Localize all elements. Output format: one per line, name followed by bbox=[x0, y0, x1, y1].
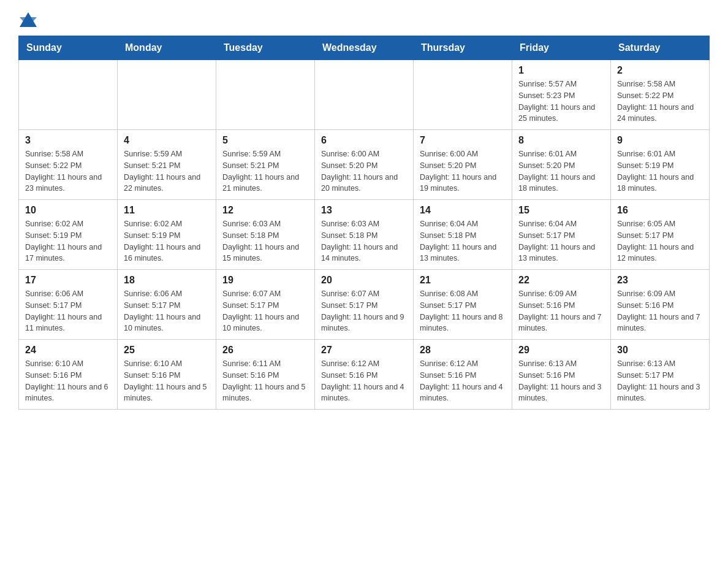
calendar-cell: 7Sunrise: 6:00 AMSunset: 5:20 PMDaylight… bbox=[414, 130, 512, 200]
day-info: Sunrise: 6:01 AMSunset: 5:20 PMDaylight:… bbox=[518, 148, 604, 194]
day-number: 28 bbox=[420, 345, 506, 356]
day-info: Sunrise: 6:12 AMSunset: 5:16 PMDaylight:… bbox=[420, 358, 506, 404]
day-info: Sunrise: 6:13 AMSunset: 5:17 PMDaylight:… bbox=[617, 358, 703, 404]
day-info: Sunrise: 6:10 AMSunset: 5:16 PMDaylight:… bbox=[124, 358, 210, 404]
day-info: Sunrise: 6:13 AMSunset: 5:16 PMDaylight:… bbox=[518, 358, 604, 404]
calendar-cell: 26Sunrise: 6:11 AMSunset: 5:16 PMDayligh… bbox=[216, 340, 315, 410]
day-number: 12 bbox=[222, 205, 308, 216]
day-info: Sunrise: 6:00 AMSunset: 5:20 PMDaylight:… bbox=[321, 148, 407, 194]
day-info: Sunrise: 6:04 AMSunset: 5:17 PMDaylight:… bbox=[518, 218, 604, 264]
calendar-cell bbox=[315, 60, 414, 130]
calendar-cell bbox=[414, 60, 512, 130]
calendar-cell: 10Sunrise: 6:02 AMSunset: 5:19 PMDayligh… bbox=[19, 200, 118, 270]
day-number: 13 bbox=[321, 205, 407, 216]
day-number: 15 bbox=[518, 205, 604, 216]
day-number: 26 bbox=[222, 345, 308, 356]
calendar-cell: 1Sunrise: 5:57 AMSunset: 5:23 PMDaylight… bbox=[512, 60, 611, 130]
day-info: Sunrise: 6:04 AMSunset: 5:18 PMDaylight:… bbox=[420, 218, 506, 264]
day-info: Sunrise: 6:10 AMSunset: 5:16 PMDaylight:… bbox=[25, 358, 111, 404]
calendar-cell bbox=[19, 60, 118, 130]
calendar-cell: 23Sunrise: 6:09 AMSunset: 5:16 PMDayligh… bbox=[611, 270, 710, 340]
calendar-cell: 2Sunrise: 5:58 AMSunset: 5:22 PMDaylight… bbox=[611, 60, 710, 130]
calendar-cell: 8Sunrise: 6:01 AMSunset: 5:20 PMDaylight… bbox=[512, 130, 611, 200]
day-info: Sunrise: 6:09 AMSunset: 5:16 PMDaylight:… bbox=[518, 288, 604, 334]
day-number: 23 bbox=[617, 275, 703, 286]
calendar-cell: 13Sunrise: 6:03 AMSunset: 5:18 PMDayligh… bbox=[315, 200, 414, 270]
day-number: 11 bbox=[124, 205, 210, 216]
logo-icon bbox=[20, 12, 37, 27]
calendar-week-row: 1Sunrise: 5:57 AMSunset: 5:23 PMDaylight… bbox=[19, 60, 710, 130]
day-number: 7 bbox=[420, 135, 506, 146]
page-header bbox=[18, 12, 710, 29]
day-number: 6 bbox=[321, 135, 407, 146]
header-sunday: Sunday bbox=[19, 36, 118, 60]
calendar-cell: 22Sunrise: 6:09 AMSunset: 5:16 PMDayligh… bbox=[512, 270, 611, 340]
calendar-cell: 3Sunrise: 5:58 AMSunset: 5:22 PMDaylight… bbox=[19, 130, 118, 200]
day-info: Sunrise: 5:58 AMSunset: 5:22 PMDaylight:… bbox=[25, 148, 111, 194]
day-number: 29 bbox=[518, 345, 604, 356]
day-number: 27 bbox=[321, 345, 407, 356]
day-info: Sunrise: 5:59 AMSunset: 5:21 PMDaylight:… bbox=[124, 148, 210, 194]
calendar-cell bbox=[216, 60, 315, 130]
day-info: Sunrise: 6:00 AMSunset: 5:20 PMDaylight:… bbox=[420, 148, 506, 194]
day-number: 4 bbox=[124, 135, 210, 146]
calendar-week-row: 10Sunrise: 6:02 AMSunset: 5:19 PMDayligh… bbox=[19, 200, 710, 270]
calendar-week-row: 24Sunrise: 6:10 AMSunset: 5:16 PMDayligh… bbox=[19, 340, 710, 410]
calendar-cell: 4Sunrise: 5:59 AMSunset: 5:21 PMDaylight… bbox=[118, 130, 216, 200]
calendar-week-row: 3Sunrise: 5:58 AMSunset: 5:22 PMDaylight… bbox=[19, 130, 710, 200]
day-info: Sunrise: 6:02 AMSunset: 5:19 PMDaylight:… bbox=[124, 218, 210, 264]
day-number: 10 bbox=[25, 205, 111, 216]
day-info: Sunrise: 5:58 AMSunset: 5:22 PMDaylight:… bbox=[617, 79, 703, 124]
calendar-cell: 27Sunrise: 6:12 AMSunset: 5:16 PMDayligh… bbox=[315, 340, 414, 410]
day-info: Sunrise: 6:01 AMSunset: 5:19 PMDaylight:… bbox=[617, 148, 703, 194]
day-number: 25 bbox=[124, 345, 210, 356]
calendar-cell: 11Sunrise: 6:02 AMSunset: 5:19 PMDayligh… bbox=[118, 200, 216, 270]
day-info: Sunrise: 5:57 AMSunset: 5:23 PMDaylight:… bbox=[518, 79, 604, 124]
calendar-cell: 18Sunrise: 6:06 AMSunset: 5:17 PMDayligh… bbox=[118, 270, 216, 340]
day-number: 16 bbox=[617, 205, 703, 216]
day-number: 8 bbox=[518, 135, 604, 146]
calendar-cell: 5Sunrise: 5:59 AMSunset: 5:21 PMDaylight… bbox=[216, 130, 315, 200]
calendar-cell: 30Sunrise: 6:13 AMSunset: 5:17 PMDayligh… bbox=[611, 340, 710, 410]
day-info: Sunrise: 6:02 AMSunset: 5:19 PMDaylight:… bbox=[25, 218, 111, 264]
calendar-cell bbox=[118, 60, 216, 130]
header-thursday: Thursday bbox=[414, 36, 512, 60]
calendar-cell: 15Sunrise: 6:04 AMSunset: 5:17 PMDayligh… bbox=[512, 200, 611, 270]
day-info: Sunrise: 6:06 AMSunset: 5:17 PMDaylight:… bbox=[124, 288, 210, 334]
day-info: Sunrise: 6:11 AMSunset: 5:16 PMDaylight:… bbox=[222, 358, 308, 404]
day-number: 5 bbox=[222, 135, 308, 146]
day-info: Sunrise: 6:03 AMSunset: 5:18 PMDaylight:… bbox=[222, 218, 308, 264]
day-number: 17 bbox=[25, 275, 111, 286]
day-number: 20 bbox=[321, 275, 407, 286]
logo-blue-part bbox=[18, 12, 37, 29]
calendar-cell: 12Sunrise: 6:03 AMSunset: 5:18 PMDayligh… bbox=[216, 200, 315, 270]
calendar-cell: 29Sunrise: 6:13 AMSunset: 5:16 PMDayligh… bbox=[512, 340, 611, 410]
day-info: Sunrise: 6:12 AMSunset: 5:16 PMDaylight:… bbox=[321, 358, 407, 404]
calendar-cell: 21Sunrise: 6:08 AMSunset: 5:17 PMDayligh… bbox=[414, 270, 512, 340]
calendar-header-row: Sunday Monday Tuesday Wednesday Thursday… bbox=[19, 36, 710, 60]
day-number: 2 bbox=[617, 65, 703, 76]
day-number: 24 bbox=[25, 345, 111, 356]
calendar-cell: 28Sunrise: 6:12 AMSunset: 5:16 PMDayligh… bbox=[414, 340, 512, 410]
calendar-cell: 9Sunrise: 6:01 AMSunset: 5:19 PMDaylight… bbox=[611, 130, 710, 200]
header-friday: Friday bbox=[512, 36, 611, 60]
day-number: 1 bbox=[518, 65, 604, 76]
calendar-week-row: 17Sunrise: 6:06 AMSunset: 5:17 PMDayligh… bbox=[19, 270, 710, 340]
day-number: 3 bbox=[25, 135, 111, 146]
day-info: Sunrise: 6:08 AMSunset: 5:17 PMDaylight:… bbox=[420, 288, 506, 334]
day-info: Sunrise: 5:59 AMSunset: 5:21 PMDaylight:… bbox=[222, 148, 308, 194]
calendar-cell: 25Sunrise: 6:10 AMSunset: 5:16 PMDayligh… bbox=[118, 340, 216, 410]
header-monday: Monday bbox=[118, 36, 216, 60]
logo bbox=[18, 12, 37, 29]
calendar-cell: 16Sunrise: 6:05 AMSunset: 5:17 PMDayligh… bbox=[611, 200, 710, 270]
day-info: Sunrise: 6:06 AMSunset: 5:17 PMDaylight:… bbox=[25, 288, 111, 334]
calendar-cell: 19Sunrise: 6:07 AMSunset: 5:17 PMDayligh… bbox=[216, 270, 315, 340]
day-number: 30 bbox=[617, 345, 703, 356]
day-info: Sunrise: 6:05 AMSunset: 5:17 PMDaylight:… bbox=[617, 218, 703, 264]
day-number: 9 bbox=[617, 135, 703, 146]
calendar-cell: 24Sunrise: 6:10 AMSunset: 5:16 PMDayligh… bbox=[19, 340, 118, 410]
day-info: Sunrise: 6:07 AMSunset: 5:17 PMDaylight:… bbox=[321, 288, 407, 334]
day-number: 19 bbox=[222, 275, 308, 286]
calendar-cell: 20Sunrise: 6:07 AMSunset: 5:17 PMDayligh… bbox=[315, 270, 414, 340]
calendar-cell: 17Sunrise: 6:06 AMSunset: 5:17 PMDayligh… bbox=[19, 270, 118, 340]
